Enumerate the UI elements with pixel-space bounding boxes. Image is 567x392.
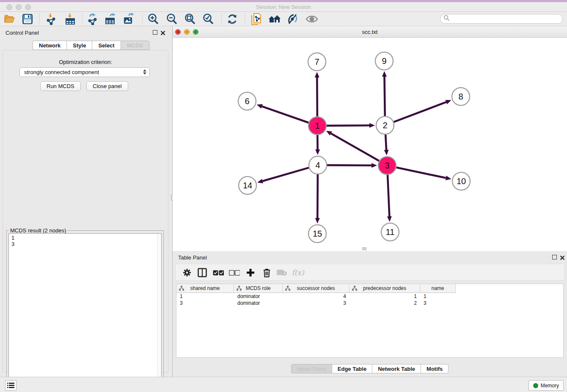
toolbar-separator: [82, 14, 83, 25]
close-table-panel-icon[interactable]: [560, 254, 565, 259]
chevron-updown-icon: [143, 69, 146, 75]
column-header-successor-nodes[interactable]: successor nodes: [283, 284, 350, 293]
optimization-criterion-label: Optimization criterion:: [3, 59, 168, 65]
tab-style[interactable]: Style: [66, 41, 92, 50]
table-tabs: Node Table Edge Table Network Table Moti…: [173, 364, 567, 373]
table-cell[interactable]: dominator: [234, 300, 283, 306]
tab-edge-table[interactable]: Edge Table: [332, 364, 372, 373]
graph-node-label: 1: [315, 121, 319, 130]
graph-edge-2-9[interactable]: [384, 77, 385, 116]
arrowhead-icon: [315, 72, 319, 77]
network-from-selection-icon[interactable]: [249, 13, 263, 25]
task-history-button[interactable]: [5, 380, 17, 391]
memory-status-icon: [533, 383, 538, 388]
export-image-icon[interactable]: [122, 13, 136, 25]
first-neighbors-icon[interactable]: [267, 13, 282, 25]
float-table-panel-icon[interactable]: [552, 255, 557, 259]
import-network-icon[interactable]: [44, 13, 58, 25]
zoom-out-icon[interactable]: [165, 13, 179, 25]
table-cell[interactable]: 3: [283, 300, 350, 306]
main-toolbar: [0, 12, 567, 26]
arrowhead-icon: [372, 163, 377, 168]
graph-edge-2-8[interactable]: [394, 102, 446, 122]
hide-graphics-icon[interactable]: [286, 13, 300, 25]
status-bar: Memory: [0, 377, 567, 392]
graph-edge-3-11[interactable]: [388, 175, 389, 216]
delete-column-icon[interactable]: [275, 267, 288, 279]
export-network-icon[interactable]: [85, 13, 100, 25]
table-row[interactable]: 3dominator323: [176, 300, 563, 306]
function-builder-icon[interactable]: f(x): [292, 267, 304, 279]
tab-select[interactable]: Select: [92, 41, 120, 50]
memory-button[interactable]: Memory: [528, 380, 564, 391]
toolbar-separator: [245, 14, 245, 25]
tab-motifs[interactable]: Motifs: [421, 364, 449, 373]
open-folder-icon[interactable]: [3, 13, 17, 25]
column-header-MCDS-role[interactable]: MCDS role: [234, 284, 283, 293]
settings-gear-icon[interactable]: [181, 267, 193, 279]
criterion-dropdown[interactable]: strongly connected component: [19, 67, 150, 77]
toolbar-separator: [142, 14, 143, 25]
close-panel-button[interactable]: Close panel: [86, 81, 128, 91]
window-titlebar: Session: New Session: [0, 0, 567, 12]
import-table-icon[interactable]: [63, 13, 77, 25]
show-columns-icon[interactable]: [196, 267, 209, 279]
result-scrollbar[interactable]: [157, 234, 161, 389]
table-cell[interactable]: 4: [283, 293, 350, 300]
graph-edge-4-15[interactable]: [317, 174, 318, 218]
delete-rows-icon[interactable]: [260, 267, 273, 279]
zoom-in-icon[interactable]: [146, 13, 160, 25]
arrowhead-icon: [369, 123, 375, 128]
search-icon: [443, 15, 450, 23]
tab-node-table[interactable]: Node Table: [291, 364, 332, 373]
close-panel-icon[interactable]: [160, 30, 165, 35]
table-cell[interactable]: 3: [420, 300, 456, 306]
table-toolbar: f(x): [175, 264, 564, 281]
search-input[interactable]: [440, 14, 563, 24]
table-cell[interactable]: 1: [350, 293, 420, 300]
graph-node-label: 2: [383, 121, 387, 130]
apply-layout-icon[interactable]: [225, 13, 239, 25]
show-graphics-icon[interactable]: [305, 13, 319, 25]
graph-edge-1-6[interactable]: [262, 106, 308, 123]
table-cell[interactable]: 2: [350, 300, 420, 306]
table-row[interactable]: 1dominator411: [176, 293, 563, 300]
column-header-shared-name[interactable]: shared name: [176, 284, 234, 293]
mcds-result-group: MCDS result (2 nodes) 1 3: [6, 230, 164, 392]
graph-edge-4-14[interactable]: [263, 168, 309, 181]
graph-node-label: 4: [315, 160, 320, 170]
tab-mcds[interactable]: MCDS: [121, 41, 149, 50]
export-table-icon[interactable]: [104, 13, 118, 25]
deselect-all-checks-icon[interactable]: [228, 267, 241, 279]
add-row-icon[interactable]: [244, 267, 257, 279]
table-cell[interactable]: 1: [420, 293, 456, 300]
arrowhead-icon: [446, 176, 451, 180]
run-mcds-button[interactable]: Run MCDS: [40, 81, 81, 91]
table-cell[interactable]: 1: [176, 293, 234, 300]
table-header-row: shared nameMCDS rolesuccessor nodesprede…: [176, 284, 456, 293]
select-all-checks-icon[interactable]: [212, 267, 225, 279]
network-window-titlebar: scc.txt: [173, 26, 567, 38]
network-canvas[interactable]: 7968124314101511: [173, 38, 567, 251]
graph-edge-4-3[interactable]: [327, 165, 372, 166]
graph-edge-1-2[interactable]: [327, 125, 369, 126]
graph-node-label: 15: [313, 229, 322, 238]
save-session-icon[interactable]: [20, 13, 35, 25]
graph-edge-3-10[interactable]: [396, 168, 446, 178]
column-header-name[interactable]: name: [420, 284, 456, 293]
zoom-fit-icon[interactable]: [183, 13, 197, 25]
network-title: scc.txt: [173, 29, 567, 35]
graph-edge-3-1[interactable]: [331, 133, 379, 161]
mcds-result-textarea[interactable]: 1 3: [8, 233, 162, 390]
table-cell[interactable]: 3: [176, 300, 234, 306]
graph-edge-2-3[interactable]: [385, 135, 386, 150]
zoom-selected-icon[interactable]: [201, 13, 215, 25]
graph-edge-1-7[interactable]: [317, 77, 317, 116]
column-header-predecessor-nodes[interactable]: predecessor nodes: [350, 284, 420, 293]
canvas-scrollbar-thumb[interactable]: [362, 247, 366, 250]
float-panel-icon[interactable]: [153, 30, 157, 35]
tab-network-table[interactable]: Network Table: [372, 364, 421, 373]
table-cell[interactable]: dominator: [234, 293, 283, 300]
node-table: shared nameMCDS rolesuccessor nodesprede…: [176, 284, 564, 358]
tab-network[interactable]: Network: [33, 41, 66, 50]
